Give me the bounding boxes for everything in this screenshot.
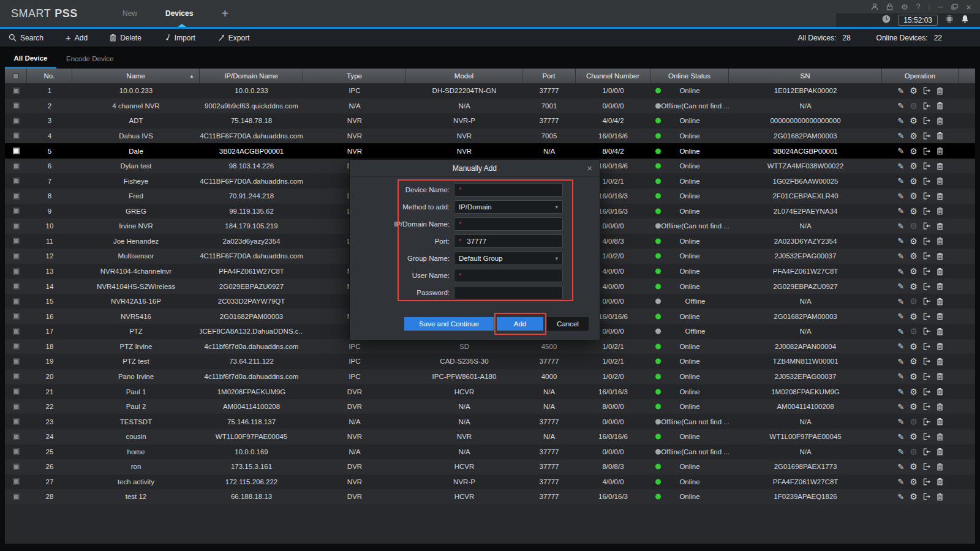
edit-pencil-icon[interactable]: ✎ (897, 342, 904, 350)
edit-pencil-icon[interactable]: ✎ (897, 162, 904, 170)
table-row[interactable]: 4 Dahua IVS 4C11BF6F7D0A.dahuaddns.com N… (5, 129, 975, 144)
table-row[interactable]: 22 Paul 2 AM004114100208 DVR N/A N/A 8/0… (5, 399, 975, 414)
close-icon[interactable]: × (966, 2, 971, 12)
logout-arrow-icon[interactable] (923, 328, 931, 335)
delete-trash-icon[interactable] (937, 403, 943, 411)
delete-button[interactable]: Delete (110, 34, 141, 42)
help-icon[interactable]: ? (916, 2, 921, 11)
delete-trash-icon[interactable] (937, 117, 943, 125)
table-row[interactable]: 20 Pano Irvine 4c11bf6f7d0a.dahuaddns.co… (5, 369, 975, 384)
logout-arrow-icon[interactable] (923, 283, 931, 290)
delete-trash-icon[interactable] (937, 282, 943, 290)
edit-pencil-icon[interactable]: ✎ (897, 252, 904, 260)
logout-arrow-icon[interactable] (923, 87, 931, 94)
import-button[interactable]: Import (164, 34, 195, 42)
logout-arrow-icon[interactable] (923, 433, 931, 440)
tab-devices[interactable]: Devices (165, 9, 193, 18)
delete-trash-icon[interactable] (937, 478, 943, 485)
edit-pencil-icon[interactable]: ✎ (897, 463, 904, 471)
row-checkbox[interactable] (13, 283, 20, 290)
table-row[interactable]: 5 Dale 3B024ACGBP00001 NVR NVR N/A 8/0/4… (5, 143, 975, 159)
logout-arrow-icon[interactable] (923, 418, 931, 425)
header-type[interactable]: Type (303, 69, 406, 83)
row-checkbox[interactable] (13, 238, 20, 244)
bell-icon[interactable] (961, 15, 969, 26)
logout-arrow-icon[interactable] (923, 102, 931, 110)
delete-trash-icon[interactable] (937, 147, 943, 155)
settings-gear-icon[interactable]: ⚙ (910, 102, 918, 110)
settings-gear-icon[interactable]: ⚙ (910, 267, 918, 276)
edit-pencil-icon[interactable]: ✎ (897, 282, 904, 290)
settings-gear-icon[interactable]: ⚙ (910, 462, 918, 471)
logout-arrow-icon[interactable] (923, 403, 931, 410)
user-name-input[interactable]: * ▾ (454, 269, 563, 282)
delete-trash-icon[interactable] (937, 493, 943, 501)
edit-pencil-icon[interactable]: ✎ (897, 493, 904, 501)
settings-gear-icon[interactable]: ⚙ (910, 222, 918, 230)
logout-arrow-icon[interactable] (923, 493, 931, 500)
delete-trash-icon[interactable] (937, 252, 943, 260)
edit-pencil-icon[interactable]: ✎ (897, 403, 904, 411)
header-operation[interactable]: Operation (882, 69, 959, 83)
row-checkbox[interactable] (13, 223, 20, 230)
row-checkbox[interactable] (13, 343, 20, 350)
row-checkbox[interactable] (13, 163, 20, 170)
table-row[interactable]: 21 Paul 1 1M0208FPAEKUM9G DVR HCVR N/A 1… (5, 384, 975, 399)
delete-trash-icon[interactable] (937, 192, 943, 200)
logout-arrow-icon[interactable] (923, 358, 931, 365)
logout-arrow-icon[interactable] (923, 178, 931, 185)
group-name-input[interactable]: * Default Group ▾ (454, 252, 563, 265)
row-checkbox[interactable] (13, 298, 20, 305)
settings-gear-icon[interactable]: ⚙ (910, 237, 918, 246)
row-checkbox[interactable] (13, 448, 20, 455)
edit-pencil-icon[interactable]: ✎ (897, 222, 904, 230)
edit-pencil-icon[interactable]: ✎ (897, 102, 904, 110)
device-chip-icon[interactable] (945, 15, 954, 26)
delete-trash-icon[interactable] (937, 222, 943, 230)
edit-pencil-icon[interactable]: ✎ (897, 478, 904, 485)
gear-icon[interactable]: ⚙ (901, 2, 908, 12)
edit-pencil-icon[interactable]: ✎ (897, 132, 904, 140)
delete-trash-icon[interactable] (937, 372, 943, 380)
edit-pencil-icon[interactable]: ✎ (897, 328, 904, 335)
row-checkbox[interactable] (13, 148, 20, 154)
logout-arrow-icon[interactable] (923, 373, 931, 380)
settings-gear-icon[interactable]: ⚙ (910, 327, 918, 335)
settings-gear-icon[interactable]: ⚙ (910, 297, 918, 305)
edit-pencil-icon[interactable]: ✎ (897, 237, 904, 245)
settings-gear-icon[interactable]: ⚙ (910, 312, 918, 321)
delete-trash-icon[interactable] (937, 87, 943, 95)
edit-pencil-icon[interactable]: ✎ (897, 268, 904, 276)
table-row[interactable]: 2 4 channel NVR 9002a9b9cf63.quickddns.c… (5, 99, 975, 114)
row-checkbox[interactable] (13, 208, 20, 214)
row-checkbox[interactable] (13, 418, 20, 425)
edit-pencil-icon[interactable]: ✎ (897, 448, 904, 455)
delete-trash-icon[interactable] (937, 342, 943, 350)
delete-trash-icon[interactable] (937, 177, 943, 185)
logout-arrow-icon[interactable] (923, 388, 931, 395)
dialog-close-icon[interactable]: × (587, 163, 592, 173)
edit-pencil-icon[interactable]: ✎ (897, 117, 904, 125)
row-checkbox[interactable] (13, 193, 20, 200)
edit-pencil-icon[interactable]: ✎ (897, 177, 904, 185)
port-input[interactable]: * 37777 ▾ (454, 234, 563, 248)
logout-arrow-icon[interactable] (923, 117, 931, 124)
maximize-icon[interactable] (951, 4, 958, 10)
row-checkbox[interactable] (13, 328, 20, 335)
table-row[interactable]: 18 PTZ Irvine 4c11bf6f7d0a.dahuaddns.com… (5, 339, 975, 354)
delete-trash-icon[interactable] (937, 312, 943, 320)
row-checkbox[interactable] (13, 388, 20, 395)
settings-gear-icon[interactable]: ⚙ (910, 357, 918, 365)
logout-arrow-icon[interactable] (923, 463, 931, 470)
row-checkbox[interactable] (13, 118, 20, 124)
delete-trash-icon[interactable] (937, 328, 943, 335)
new-tab-button[interactable]: + (221, 7, 228, 20)
export-button[interactable]: Export (217, 34, 250, 42)
table-row[interactable]: 3 ADT 75.148.78.18 NVR NVR-P 37777 4/0/4… (5, 113, 975, 129)
row-checkbox[interactable] (13, 463, 20, 470)
logout-arrow-icon[interactable] (923, 298, 931, 305)
settings-gear-icon[interactable]: ⚙ (910, 402, 918, 411)
edit-pencil-icon[interactable]: ✎ (897, 87, 904, 95)
header-port[interactable]: Port (522, 69, 576, 83)
row-checkbox[interactable] (13, 478, 20, 485)
